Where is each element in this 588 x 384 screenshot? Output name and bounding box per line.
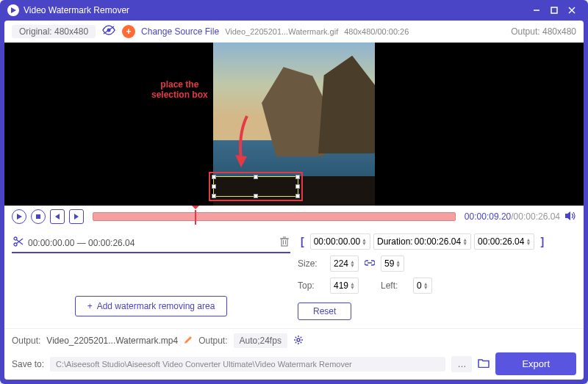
video-preview[interactable]: place the selection box (4, 43, 584, 206)
original-resolution: Original: 480x480 (12, 25, 96, 38)
saveto-row: Save to: C:\Aiseesoft Studio\Aiseesoft V… (12, 352, 576, 375)
svg-marker-11 (74, 214, 79, 220)
output-resolution: Output: 480x480 (511, 26, 576, 37)
position-row: Top: 419 ▲▼ Left: 0 ▲▼ (298, 278, 576, 294)
top-input[interactable]: 419 ▲▼ (330, 278, 359, 294)
size-label: Size: (298, 258, 324, 269)
source-meta: 480x480/00:00:26 (344, 27, 409, 36)
svg-marker-0 (11, 7, 16, 13)
time-range-row: [ 00:00:00.00 ▲▼ Duration:00:00:26.04 ▲▼… (298, 233, 576, 250)
change-source-button[interactable]: Change Source File (141, 26, 219, 37)
timeline-scrubber[interactable] (93, 212, 456, 221)
plus-icon: + (87, 301, 93, 311)
output-row: Output: Video_2205201...Watermark.mp4 Ou… (12, 333, 576, 348)
start-time-input[interactable]: 00:00:00.00 ▲▼ (310, 233, 370, 250)
resize-handle[interactable] (295, 175, 300, 179)
stop-button[interactable] (31, 209, 46, 224)
resize-handle[interactable] (212, 184, 216, 189)
play-button[interactable] (12, 209, 26, 224)
svg-point-14 (14, 243, 17, 246)
svg-point-22 (297, 338, 300, 341)
open-folder-icon[interactable] (478, 358, 490, 370)
reset-button[interactable]: Reset (298, 303, 351, 320)
spinner-icon[interactable]: ▲▼ (526, 238, 531, 245)
spinner-icon[interactable]: ▲▼ (350, 260, 355, 267)
ranges-panel: 00:00:00.00 — 00:00:26.04 + Add watermar… (12, 233, 290, 322)
spinner-icon[interactable]: ▲▼ (462, 238, 467, 245)
minimize-button[interactable] (528, 1, 545, 19)
playback-controls: 00:00:09.20/00:00:26.04 (4, 206, 584, 228)
volume-icon[interactable] (564, 211, 576, 223)
link-aspect-icon[interactable] (365, 258, 375, 269)
set-start-bracket[interactable]: [ (298, 236, 307, 247)
spinner-icon[interactable]: ▲▼ (362, 238, 367, 245)
scissors-icon[interactable] (13, 236, 24, 249)
settings-icon[interactable] (293, 335, 304, 347)
svg-rect-9 (36, 214, 40, 219)
resize-handle[interactable] (295, 194, 300, 198)
panels: 00:00:00.00 — 00:00:26.04 + Add watermar… (4, 228, 584, 328)
size-row: Size: 224 ▲▼ 59 ▲▼ (298, 256, 576, 272)
delete-range-icon[interactable] (280, 236, 289, 249)
playback-time: 00:00:09.20/00:00:26.04 (465, 211, 560, 222)
resize-handle[interactable] (295, 184, 300, 189)
spinner-icon[interactable]: ▲▼ (350, 282, 355, 289)
svg-marker-8 (17, 214, 22, 220)
spinner-icon[interactable]: ▲▼ (423, 282, 429, 289)
titlebar: Video Watermark Remover (0, 0, 588, 21)
output-format-select[interactable]: Auto;24fps (234, 333, 287, 348)
browse-button[interactable]: … (451, 356, 472, 372)
content-area: Original: 480x480 + Change Source File V… (4, 21, 584, 380)
left-label: Left: (381, 280, 407, 291)
svg-marker-7 (235, 155, 247, 167)
app-title: Video Watermark Remover (24, 5, 528, 15)
range-text: 00:00:00.00 — 00:00:26.04 (28, 238, 276, 248)
source-filename: Video_2205201...Watermark.gif (225, 27, 338, 36)
playhead[interactable] (195, 210, 196, 225)
left-input[interactable]: 0 ▲▼ (413, 278, 432, 294)
export-button[interactable]: Export (495, 352, 576, 375)
next-frame-button[interactable] (69, 209, 84, 224)
properties-panel: [ 00:00:00.00 ▲▼ Duration:00:00:26.04 ▲▼… (298, 233, 576, 322)
bottom-bar: Output: Video_2205201...Watermark.mp4 Ou… (4, 328, 584, 380)
end-time-input[interactable]: 00:00:26.04 ▲▼ (474, 233, 534, 250)
resize-handle[interactable] (254, 194, 258, 198)
selection-box[interactable] (209, 172, 303, 201)
app-window: Video Watermark Remover Original: 480x48… (0, 0, 588, 384)
svg-point-13 (14, 237, 17, 240)
resize-handle[interactable] (212, 194, 216, 198)
prev-frame-button[interactable] (50, 209, 65, 224)
output-format-label: Output: (198, 336, 227, 346)
duration-input[interactable]: Duration:00:00:26.04 ▲▼ (373, 233, 471, 250)
maximize-button[interactable] (545, 1, 563, 19)
top-label: Top: (298, 280, 324, 291)
svg-rect-17 (282, 239, 287, 246)
output-filename: Video_2205201...Watermark.mp4 (46, 336, 178, 346)
resize-handle[interactable] (212, 175, 216, 179)
add-source-icon[interactable]: + (122, 25, 135, 38)
preview-toggle-icon[interactable] (101, 25, 116, 38)
range-item[interactable]: 00:00:00.00 — 00:00:26.04 (12, 233, 290, 253)
add-area-button[interactable]: + Add watermark removing area (75, 296, 228, 316)
add-area-label: Add watermark removing area (97, 301, 215, 311)
output-file-label: Output: (12, 336, 40, 346)
svg-marker-10 (55, 214, 60, 220)
saveto-label: Save to: (12, 359, 44, 369)
width-input[interactable]: 224 ▲▼ (330, 256, 359, 272)
svg-rect-2 (551, 7, 557, 13)
resize-handle[interactable] (254, 175, 258, 179)
height-input[interactable]: 59 ▲▼ (381, 256, 404, 272)
instruction-text: place the selection box (151, 79, 208, 101)
saveto-path[interactable]: C:\Aiseesoft Studio\Aiseesoft Video Conv… (50, 357, 445, 372)
spinner-icon[interactable]: ▲▼ (395, 260, 401, 267)
toolbar: Original: 480x480 + Change Source File V… (4, 21, 584, 43)
app-logo-icon (7, 4, 19, 16)
arrow-icon (232, 112, 254, 171)
set-end-bracket[interactable]: ] (537, 236, 547, 247)
svg-marker-12 (565, 211, 570, 220)
close-button[interactable] (563, 1, 581, 19)
rename-icon[interactable] (184, 336, 193, 347)
